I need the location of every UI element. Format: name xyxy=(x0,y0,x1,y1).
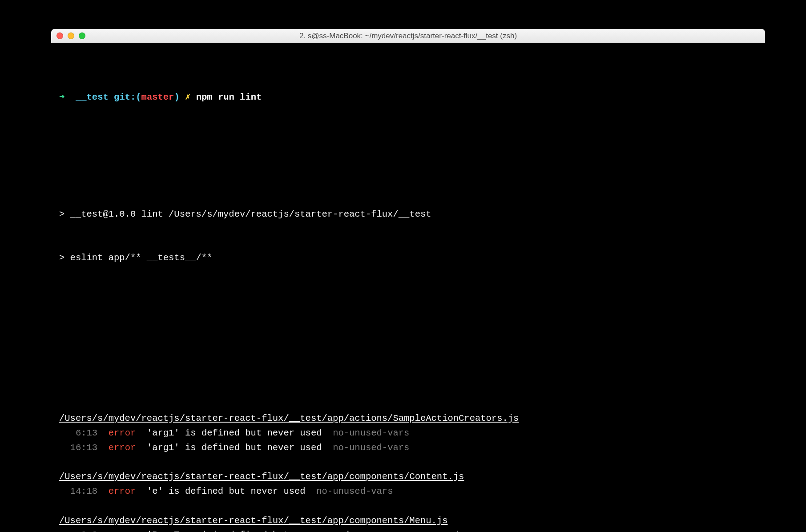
git-label: git:( xyxy=(114,92,141,102)
error-message: 'e' is defined but never used xyxy=(147,486,306,496)
window-titlebar: 2. s@ss-MacBook: ~/mydev/reactjs/starter… xyxy=(51,29,765,43)
eslint-output: /Users/s/mydev/reactjs/starter-react-flu… xyxy=(59,411,757,532)
prompt-cwd: __test xyxy=(76,92,109,102)
window-controls xyxy=(56,32,85,39)
error-rule: no-unused-vars xyxy=(409,530,486,532)
lint-error-row: 16:13 error 'arg1' is defined but never … xyxy=(59,441,757,455)
error-severity: error xyxy=(109,530,136,532)
terminal-window: 2. s@ss-MacBook: ~/mydev/reactjs/starter… xyxy=(51,29,765,532)
error-rule: no-unused-vars xyxy=(333,443,409,453)
close-icon[interactable] xyxy=(56,32,63,39)
file-path: /Users/s/mydev/reactjs/starter-react-flu… xyxy=(59,411,757,426)
git-branch: master xyxy=(141,92,174,102)
error-severity: error xyxy=(109,486,136,496)
git-dirty-icon: ✗ xyxy=(185,92,190,102)
prompt-arrow-icon: ➜ xyxy=(59,92,64,102)
npm-output-line: > eslint app/** __tests__/** xyxy=(59,251,757,266)
error-message: 'arg1' is defined but never used xyxy=(147,443,322,453)
lint-error-row: 2:8 error 'PropTypes' is defined but nev… xyxy=(59,528,757,532)
terminal-output[interactable]: ➜ __test git:(master) ✗ npm run lint > _… xyxy=(51,43,765,532)
file-path: /Users/s/mydev/reactjs/starter-react-flu… xyxy=(59,470,757,484)
error-message: 'PropTypes' is defined but never used xyxy=(147,530,399,532)
error-severity: error xyxy=(109,443,136,453)
prompt-line: ➜ __test git:(master) ✗ npm run lint xyxy=(59,90,757,105)
error-rule: no-unused-vars xyxy=(316,486,393,496)
command-text: npm run lint xyxy=(196,92,262,102)
npm-output-line: > __test@1.0.0 lint /Users/s/mydev/react… xyxy=(59,207,757,222)
file-path: /Users/s/mydev/reactjs/starter-react-flu… xyxy=(59,514,757,528)
git-close: ) xyxy=(174,92,179,102)
maximize-icon[interactable] xyxy=(79,32,85,39)
error-rule: no-unused-vars xyxy=(333,428,409,438)
error-severity: error xyxy=(109,428,136,438)
minimize-icon[interactable] xyxy=(68,32,74,39)
window-title: 2. s@ss-MacBook: ~/mydev/reactjs/starter… xyxy=(51,32,765,40)
error-location: 2:8 xyxy=(59,530,97,532)
lint-error-row: 6:13 error 'arg1' is defined but never u… xyxy=(59,426,757,441)
lint-error-row: 14:18 error 'e' is defined but never use… xyxy=(59,484,757,499)
error-location: 6:13 xyxy=(59,428,97,438)
error-message: 'arg1' is defined but never used xyxy=(147,428,322,438)
error-location: 16:13 xyxy=(59,443,97,453)
error-location: 14:18 xyxy=(59,486,97,496)
